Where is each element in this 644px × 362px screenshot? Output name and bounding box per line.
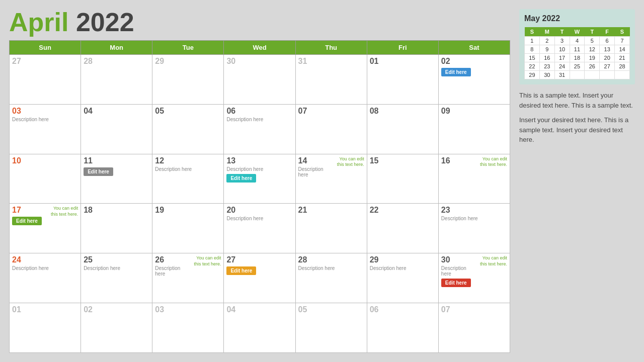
mini-cal-cell: 2 <box>539 37 554 45</box>
cell-date: 21 <box>298 206 364 215</box>
mini-cal-cell: 4 <box>570 37 585 45</box>
cell-date: 02 <box>441 57 507 66</box>
cell-date: 06 <box>226 107 292 116</box>
calendar-week-2: 1011Edit here12Description here13Descrip… <box>10 154 510 204</box>
calendar-cell: 19 <box>152 204 224 253</box>
calendar-cell: 03 <box>152 303 224 353</box>
calendar-cell: 13Description hereEdit here <box>224 154 295 204</box>
mini-cal-cell: 14 <box>615 45 630 54</box>
edit-button[interactable]: Edit here <box>441 279 471 287</box>
calendar-cell: 28Description here <box>295 253 367 303</box>
cell-date: 20 <box>226 206 292 215</box>
mini-cal-cell: 25 <box>570 62 585 71</box>
cell-description: Description here <box>441 216 507 221</box>
cell-description: Description here <box>155 265 188 277</box>
calendar-cell: 24Description here <box>10 253 81 303</box>
cell-description: Description here <box>12 265 78 271</box>
mini-cal-cell: 22 <box>525 62 540 71</box>
cell-date: 24 <box>12 255 78 264</box>
mini-cal-header: S <box>525 27 540 37</box>
cell-note: You can edit this text here. <box>332 156 364 177</box>
calendar-cell: 12Description here <box>152 154 224 204</box>
mini-cal-cell: 28 <box>615 62 630 71</box>
mini-cal-cell: 16 <box>539 54 554 62</box>
cell-date: 16 <box>441 156 474 165</box>
mini-cal-header: M <box>539 27 554 37</box>
cell-description: Description here <box>12 117 78 122</box>
calendar-cell: 10 <box>10 154 81 204</box>
calendar-header-thu: Thu <box>295 41 367 55</box>
cell-date-inactive: 27 <box>12 57 78 66</box>
calendar-cell: 07 <box>438 303 510 353</box>
mini-cal-cell: 23 <box>539 62 554 71</box>
calendar-cell: 30 <box>224 55 295 105</box>
cell-date: 22 <box>370 206 436 215</box>
cell-date: 28 <box>298 255 364 264</box>
cell-date: 12 <box>155 156 221 165</box>
calendar-cell: 31 <box>295 55 367 105</box>
mini-cal-header: T <box>554 27 570 37</box>
cell-date: 17 <box>12 206 45 215</box>
side-text-1: This is a sample text. Insert your desir… <box>519 90 635 110</box>
cell-date-inactive: 03 <box>155 305 221 314</box>
cell-date: 15 <box>370 156 436 165</box>
mini-cal-cell: 6 <box>600 37 615 45</box>
mini-cal-title: May 2022 <box>524 14 630 23</box>
calendar-cell: 04 <box>81 104 152 154</box>
mini-cal-cell: 27 <box>600 62 615 71</box>
mini-cal-cell: 11 <box>570 45 585 54</box>
calendar-cell: 28 <box>81 55 152 105</box>
edit-button[interactable]: Edit here <box>226 266 256 275</box>
side-text-2: Insert your desired text here. This is a… <box>519 115 635 145</box>
edit-button[interactable]: Edit here <box>226 174 256 183</box>
calendar-header-mon: Mon <box>81 41 152 55</box>
calendar-week-5: 01020304050607 <box>10 303 510 353</box>
mini-cal-cell: 17 <box>554 54 570 62</box>
cell-date: 18 <box>84 206 149 215</box>
edit-button[interactable]: Edit here <box>84 167 113 176</box>
cell-date-inactive: 02 <box>84 305 149 314</box>
calendar-cell: 04 <box>224 303 295 353</box>
mini-cal-header: S <box>615 27 630 37</box>
cell-date: 26 <box>155 255 188 264</box>
cell-date: 27 <box>226 255 292 264</box>
cell-date: 14 <box>298 156 332 165</box>
calendar-cell: 22 <box>367 204 438 253</box>
calendar-cell: 20Description here <box>224 204 295 253</box>
cell-date: 10 <box>12 156 78 165</box>
cell-date: 08 <box>370 107 436 116</box>
mini-cal-cell: 10 <box>554 45 570 54</box>
calendar-cell: 21 <box>295 204 367 253</box>
mini-cal-cell: 15 <box>525 54 540 62</box>
cell-inner: 16You can edit this text here. <box>441 156 507 168</box>
mini-calendar-container: May 2022 SMTWTFS 12345678910111213141516… <box>519 9 635 84</box>
cell-date-inactive: 29 <box>155 57 221 66</box>
cell-description: Description here <box>298 265 364 271</box>
calendar-cell: 23Description here <box>438 204 510 253</box>
mini-cal-cell: 5 <box>585 37 600 45</box>
edit-button[interactable]: Edit here <box>441 68 471 76</box>
mini-cal-head: SMTWTFS <box>525 27 630 37</box>
mini-cal-cell <box>600 71 615 79</box>
calendar-cell: 30Description hereEdit hereYou can edit … <box>438 253 510 303</box>
calendar-cell: 11Edit here <box>81 154 152 204</box>
calendar-cell: 26Description hereYou can edit this text… <box>152 253 224 303</box>
calendar-cell: 02Edit here <box>438 55 510 105</box>
cell-date: 25 <box>84 255 149 264</box>
cell-date: 03 <box>12 107 78 116</box>
cell-description: Description here <box>226 216 292 221</box>
mini-cal-cell: 1 <box>525 37 540 45</box>
cell-inner: 14Description hereYou can edit this text… <box>298 156 364 177</box>
edit-button[interactable]: Edit here <box>12 217 42 225</box>
cell-note: You can edit this text here. <box>45 206 78 225</box>
calendar-cell: 01 <box>367 55 438 105</box>
side-text-block: This is a sample text. Insert your desir… <box>519 90 635 150</box>
calendar-week-3: 17Edit hereYou can edit this text here.1… <box>10 204 510 253</box>
cell-date: 01 <box>370 57 436 66</box>
mini-cal-cell <box>615 71 630 79</box>
cell-description: Description here <box>298 166 332 177</box>
mini-cal-cell: 24 <box>554 62 570 71</box>
mini-cal-cell: 9 <box>539 45 554 54</box>
calendar-cell: 27 <box>10 55 81 105</box>
mini-cal-cell: 19 <box>585 54 600 62</box>
